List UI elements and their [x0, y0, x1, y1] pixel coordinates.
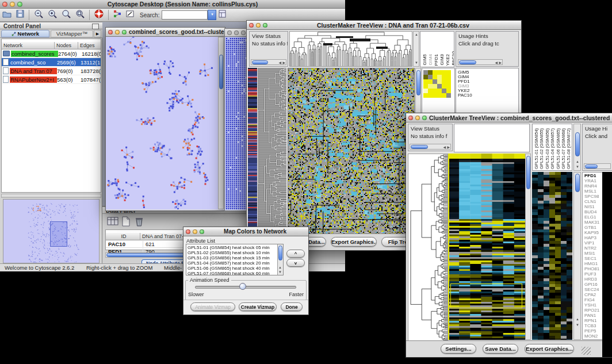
scroll-up-icon[interactable]: ▲ [415, 33, 418, 37]
gene-label[interactable]: HRD3 [583, 277, 599, 282]
tv1-label-vscrollbar[interactable]: ▲ ▼ [413, 31, 419, 67]
export-graphics-button[interactable]: Export Graphics... [331, 237, 377, 247]
minimize-icon[interactable] [415, 116, 420, 120]
scroll-right-icon[interactable]: ▶ [282, 61, 285, 65]
gene-label[interactable]: HAP3 [583, 235, 599, 240]
gene-label[interactable]: PUF3 [583, 271, 599, 277]
gene-label[interactable]: YRA1 [583, 178, 599, 183]
minimize-icon[interactable] [10, 2, 15, 7]
close-icon[interactable] [249, 23, 254, 28]
scroll-left-icon[interactable]: ◀ [278, 61, 281, 65]
gene-label[interactable]: YSH1 [583, 302, 599, 308]
gene-label[interactable]: KAP95 [583, 230, 599, 235]
network-canvas[interactable] [106, 37, 218, 209]
minimize-icon[interactable] [234, 30, 239, 35]
network-list-row[interactable]: DNA and Tran 07769(0)183728(0) [2, 67, 101, 75]
tv1-correlation-matrix[interactable] [423, 70, 451, 98]
usage-hints-hscrollbar[interactable]: ◀ ▶ [458, 59, 503, 65]
tv2-labels-vscrollbar[interactable]: ▲ ▼ [573, 124, 581, 171]
scroll-up-icon[interactable]: ▲ [278, 266, 282, 270]
move-down-button[interactable]: v [286, 259, 305, 267]
export-graphics-button[interactable]: Export Graphics... [525, 344, 574, 354]
tv2-column-label[interactable]: GPL51-02 (GSM855) [539, 128, 544, 169]
close-icon[interactable] [227, 30, 232, 35]
network-vscrollbar[interactable] [218, 37, 224, 209]
attribute-list-item[interactable]: GPL51-04 (GSM857) heat shock 20 min [186, 260, 277, 266]
search-combo[interactable]: ▼ [162, 10, 216, 20]
dialog-title-bar[interactable]: Map Colors to Network [183, 227, 308, 236]
tv1-column-dendrogram[interactable] [289, 31, 412, 67]
close-icon[interactable] [108, 30, 113, 35]
gene-label[interactable]: HMG1 [583, 261, 599, 266]
gene-label[interactable]: PEP5 [583, 328, 599, 334]
gene-label[interactable]: GTB1 [583, 225, 599, 230]
scrollbar-thumb[interactable] [459, 60, 476, 64]
gene-label[interactable]: NIS1 [583, 204, 599, 209]
speed-slider-thumb[interactable] [239, 283, 246, 290]
scrollbar-thumb[interactable] [411, 145, 428, 149]
treeview2-title-bar[interactable]: ClusterMaker TreeView : combined_scores_… [406, 113, 612, 122]
gene-label[interactable]: MON2 [583, 334, 599, 339]
tab-vizmapper[interactable]: VizMapper™ [51, 30, 93, 37]
delete-attribute-icon[interactable] [135, 216, 144, 229]
tv2-column-label[interactable]: GPL51-08 (GSM872) [566, 128, 571, 169]
gene-label[interactable]: GPI16 [583, 282, 599, 287]
tv2-heatmap[interactable] [448, 154, 525, 340]
scroll-down-icon[interactable]: ▼ [415, 61, 418, 65]
settings-button[interactable]: Settings... [441, 344, 476, 354]
view-status-hscrollbar[interactable]: ◀ ▶ [410, 144, 451, 150]
zoom-window-icon[interactable] [200, 229, 204, 234]
tv2-column-label[interactable]: GPL51-01 (GSM854) [534, 128, 539, 169]
network-nodes-icon[interactable] [113, 9, 122, 21]
attribute-listbox[interactable]: GPL51-01 (GSM854) heat shock 05 minGPL51… [186, 244, 284, 275]
scroll-down-icon[interactable]: ▼ [576, 323, 579, 327]
scrollbar-thumb[interactable] [575, 132, 580, 156]
move-up-button[interactable]: ^ [286, 250, 305, 258]
tab-overflow-button[interactable]: ▶ [94, 30, 101, 37]
gene-label[interactable]: ELG1 [583, 214, 599, 220]
scrollbar-thumb[interactable] [416, 70, 420, 95]
col-header-nodes[interactable]: Nodes [55, 42, 78, 49]
network-overview[interactable] [3, 199, 100, 263]
minimize-icon[interactable] [115, 30, 120, 35]
network-list-row[interactable]: combined_sco2569(6)13112(15) [2, 58, 101, 67]
listbox-vscrollbar[interactable]: ▲ ▼ [277, 244, 283, 275]
col-header-network[interactable]: Network [2, 42, 55, 49]
scroll-right-icon[interactable]: ▶ [447, 145, 450, 150]
minimize-icon[interactable] [256, 23, 261, 28]
scrollbar-thumb[interactable] [278, 246, 282, 260]
zoom-selected-icon[interactable] [61, 9, 71, 21]
search-input[interactable] [162, 10, 208, 20]
zoom-window-icon[interactable] [241, 30, 246, 35]
close-icon[interactable] [408, 116, 413, 120]
gene-label[interactable]: FIG4 [583, 297, 599, 302]
zoom-out-icon[interactable] [33, 9, 44, 21]
create-vizmap-button[interactable]: Create Vizmap [239, 302, 277, 311]
open-file-icon[interactable] [2, 9, 12, 21]
scrollbar-thumb[interactable] [219, 55, 223, 89]
tv2-heatmap-vscrollbar[interactable] [525, 154, 531, 340]
close-icon[interactable] [186, 229, 190, 234]
gene-label[interactable]: SEC24 [583, 287, 599, 292]
tv1-column-label[interactable]: YKE2 [445, 54, 450, 66]
gene-label[interactable]: MSI1 [583, 251, 599, 256]
attribute-list-item[interactable]: GPL51-01 (GSM854) heat shock 05 min [186, 245, 277, 250]
zoom-window-icon[interactable] [17, 2, 22, 7]
gene-label[interactable]: RNR4 [583, 183, 599, 189]
done-button[interactable]: Done [281, 302, 303, 311]
gene-label[interactable]: SEC1 [583, 256, 599, 261]
gene-label[interactable]: SPC98 [583, 194, 599, 199]
zoom-window-icon[interactable] [263, 23, 267, 28]
resize-grip[interactable] [582, 347, 591, 355]
overview-divider[interactable] [1, 194, 101, 198]
scroll-down-icon[interactable]: ▼ [278, 270, 282, 274]
chevron-down-icon[interactable]: ▼ [208, 10, 216, 20]
gene-label[interactable]: CPA2 [583, 292, 599, 297]
tv1-column-label[interactable]: GIM5 [422, 54, 427, 66]
table-mode-icon[interactable] [107, 216, 118, 229]
gene-label[interactable]: PAC10 [457, 93, 472, 98]
minimize-icon[interactable] [193, 229, 197, 234]
gene-label[interactable]: NTR2 [583, 246, 599, 251]
zoom-window-icon[interactable] [122, 30, 127, 35]
view-status-hscrollbar[interactable]: ◀ ▶ [251, 59, 286, 65]
